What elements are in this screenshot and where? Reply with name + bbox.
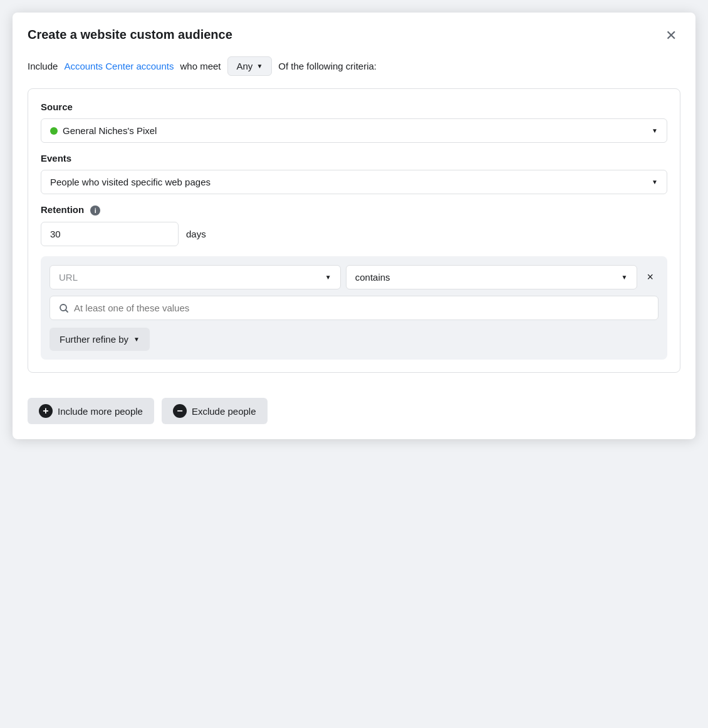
retention-label-row: Retention i: [41, 204, 667, 216]
url-label: URL: [59, 272, 78, 283]
retention-label: Retention: [41, 204, 84, 215]
filter-section: URL ▼ contains ▼ × Further r: [41, 256, 667, 360]
any-dropdown[interactable]: Any ▼: [227, 56, 273, 76]
include-plus-icon: +: [39, 404, 53, 418]
further-refine-chevron-icon: ▼: [133, 336, 140, 343]
criteria-middle: who meet: [180, 61, 221, 71]
section-card: Source General Niches's Pixel ▼ Events P…: [28, 88, 680, 373]
retention-info-icon: i: [90, 205, 100, 216]
exclude-label: Exclude people: [192, 406, 256, 417]
criteria-suffix: Of the following criteria:: [278, 61, 377, 71]
source-chevron-icon: ▼: [652, 127, 658, 134]
source-group: Source General Niches's Pixel ▼: [41, 101, 667, 143]
exclude-people-button[interactable]: − Exclude people: [162, 398, 268, 424]
any-chevron-icon: ▼: [256, 63, 263, 70]
source-dropdown[interactable]: General Niches's Pixel ▼: [41, 118, 667, 143]
modal-title: Create a website custom audience: [28, 28, 232, 42]
criteria-prefix: Include: [28, 61, 58, 71]
svg-line-1: [66, 309, 68, 312]
include-label: Include more people: [58, 406, 143, 417]
search-input-wrapper: [49, 296, 659, 320]
filter-remove-button[interactable]: ×: [642, 268, 659, 286]
events-chevron-icon: ▼: [652, 179, 658, 185]
include-more-people-button[interactable]: + Include more people: [28, 398, 154, 424]
retention-input[interactable]: [41, 222, 179, 246]
search-icon: [59, 303, 69, 313]
events-selected: People who visited specific web pages: [50, 177, 211, 187]
modal-footer: + Include more people − Exclude people: [28, 385, 680, 439]
source-label: Source: [41, 101, 667, 112]
url-dropdown[interactable]: URL ▼: [49, 265, 341, 289]
events-label: Events: [41, 153, 667, 164]
any-label: Any: [237, 61, 253, 71]
events-group: Events People who visited specific web p…: [41, 153, 667, 194]
modal-header: Create a website custom audience ✕: [28, 28, 680, 44]
events-dropdown[interactable]: People who visited specific web pages ▼: [41, 170, 667, 194]
source-pixel-name: General Niches's Pixel: [63, 125, 157, 136]
days-label: days: [186, 229, 206, 239]
modal-container: Create a website custom audience ✕ Inclu…: [13, 13, 695, 439]
contains-chevron-icon: ▼: [622, 274, 628, 281]
search-input[interactable]: [74, 303, 649, 313]
filter-x-icon: ×: [647, 271, 654, 283]
criteria-row: Include Accounts Center accounts who mee…: [28, 56, 680, 76]
retention-group: Retention i days: [41, 204, 667, 246]
pixel-status-icon: [50, 127, 58, 135]
retention-row: days: [41, 222, 667, 246]
further-refine-label: Further refine by: [60, 334, 128, 345]
url-chevron-icon: ▼: [325, 274, 331, 281]
further-refine-button[interactable]: Further refine by ▼: [49, 328, 150, 351]
filter-row: URL ▼ contains ▼ ×: [49, 265, 659, 289]
contains-dropdown[interactable]: contains ▼: [346, 265, 637, 289]
contains-label: contains: [355, 272, 390, 283]
close-button[interactable]: ✕: [662, 28, 680, 44]
accounts-center-link[interactable]: Accounts Center accounts: [64, 61, 174, 71]
source-left: General Niches's Pixel: [50, 125, 157, 136]
exclude-minus-icon: −: [173, 404, 187, 418]
